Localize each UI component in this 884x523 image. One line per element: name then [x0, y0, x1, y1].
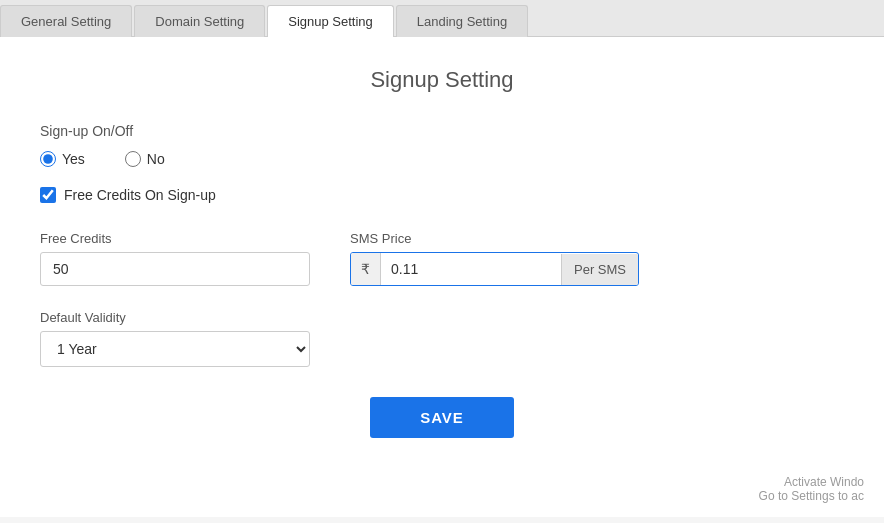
tab-general[interactable]: General Setting [0, 5, 132, 37]
free-credits-checkbox-row: Free Credits On Sign-up [40, 187, 844, 203]
activate-windows-watermark: Activate Windo Go to Settings to ac [759, 475, 864, 503]
sms-price-wrapper: ₹ Per SMS [350, 252, 639, 286]
validity-select[interactable]: 1 Year6 Months3 Months1 Month [40, 331, 310, 367]
per-sms-label: Per SMS [561, 254, 638, 285]
save-btn-row: SAVE [40, 397, 844, 438]
sms-price-group: SMS Price ₹ Per SMS [350, 231, 639, 286]
save-button[interactable]: SAVE [370, 397, 514, 438]
signup-onoff-label: Sign-up On/Off [40, 123, 844, 139]
tab-domain[interactable]: Domain Setting [134, 5, 265, 37]
page-title: Signup Setting [40, 67, 844, 93]
radio-no-label: No [147, 151, 165, 167]
default-validity-label: Default Validity [40, 310, 844, 325]
free-credits-checkbox-label: Free Credits On Sign-up [64, 187, 216, 203]
radio-yes-input[interactable] [40, 151, 56, 167]
signup-radio-group: Yes No [40, 151, 844, 167]
tab-signup[interactable]: Signup Setting [267, 5, 394, 37]
default-validity-group: Default Validity 1 Year6 Months3 Months1… [40, 310, 844, 367]
free-credits-group: Free Credits [40, 231, 310, 286]
radio-no-option[interactable]: No [125, 151, 165, 167]
free-credits-input[interactable] [40, 252, 310, 286]
watermark-line2: Go to Settings to ac [759, 489, 864, 503]
sms-price-input[interactable] [381, 253, 561, 285]
radio-no-input[interactable] [125, 151, 141, 167]
radio-yes-label: Yes [62, 151, 85, 167]
fields-row: Free Credits SMS Price ₹ Per SMS [40, 231, 844, 286]
watermark-line1: Activate Windo [759, 475, 864, 489]
main-content: Signup Setting Sign-up On/Off Yes No Fre… [0, 37, 884, 517]
free-credits-label: Free Credits [40, 231, 310, 246]
free-credits-checkbox[interactable] [40, 187, 56, 203]
tabs-bar: General Setting Domain Setting Signup Se… [0, 0, 884, 37]
radio-yes-option[interactable]: Yes [40, 151, 85, 167]
sms-price-label: SMS Price [350, 231, 639, 246]
currency-symbol: ₹ [351, 253, 381, 285]
tab-landing[interactable]: Landing Setting [396, 5, 528, 37]
